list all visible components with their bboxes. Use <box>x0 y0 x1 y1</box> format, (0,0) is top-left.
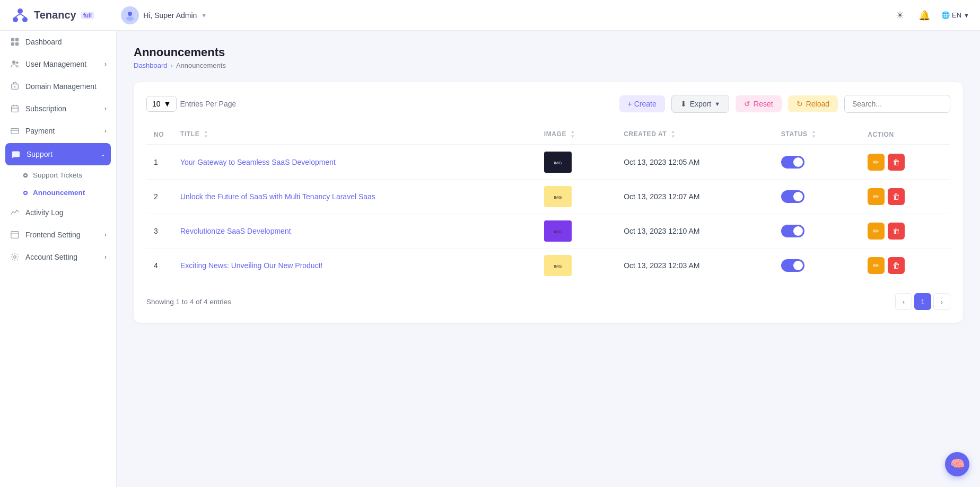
user-management-icon <box>10 59 20 69</box>
sidebar-item-label: Dashboard <box>25 38 62 46</box>
svg-line-4 <box>20 14 25 17</box>
header-user[interactable]: Hi, Super Admin ▼ <box>121 6 207 24</box>
frontend-setting-icon <box>10 229 20 240</box>
select-chevron-icon: ▼ <box>164 100 171 108</box>
svg-rect-8 <box>15 38 19 41</box>
cell-no: 1 <box>146 145 173 180</box>
cell-date: Oct 13, 2023 12:03 AM <box>616 249 774 283</box>
layout: Dashboard User Management › Domain Manag… <box>0 31 980 487</box>
create-button[interactable]: + Create <box>619 95 665 112</box>
edit-button[interactable]: ✏ <box>868 257 885 274</box>
col-image: IMAGE ▲▼ <box>537 125 616 145</box>
sidebar-item-dashboard[interactable]: Dashboard <box>0 31 116 53</box>
notification-icon[interactable]: 🔔 <box>917 8 932 23</box>
cell-image: IMG <box>537 180 616 214</box>
delete-button[interactable]: 🗑 <box>888 188 905 205</box>
svg-point-12 <box>16 61 19 64</box>
sidebar-item-frontend-setting[interactable]: Frontend Setting › <box>0 224 116 246</box>
reload-icon: ↻ <box>797 100 803 108</box>
chevron-right-icon: › <box>104 105 107 112</box>
image-thumb: IMG <box>544 255 572 276</box>
cell-date: Oct 13, 2023 12:10 AM <box>616 214 774 249</box>
svg-rect-7 <box>11 38 14 41</box>
user-chevron-icon: ▼ <box>201 12 207 19</box>
col-title: TITLE ▲▼ <box>173 125 537 145</box>
reset-button[interactable]: ↺ Reset <box>736 95 782 112</box>
title-link[interactable]: Unlock the Future of SaaS with Multi Ten… <box>180 192 375 201</box>
chevron-right-icon: › <box>104 127 107 135</box>
announcements-table-card: 10 ▼ Entries Per Page + Create ⬇ Export … <box>134 82 963 323</box>
sidebar-sub-item-label: Announcement <box>33 189 85 197</box>
per-page-value: 10 <box>152 100 161 108</box>
table-row: 1 Your Gateway to Seamless SaaS Developm… <box>146 145 950 180</box>
sidebar-sub-item-announcement[interactable]: Announcement <box>0 184 116 201</box>
svg-point-2 <box>22 17 28 22</box>
sidebar-item-label: Account Setting <box>25 253 77 261</box>
delete-button[interactable]: 🗑 <box>888 257 905 274</box>
edit-button[interactable]: ✏ <box>868 223 885 240</box>
chevron-right-icon: › <box>104 231 107 238</box>
edit-button[interactable]: ✏ <box>868 188 885 205</box>
sidebar-item-user-management[interactable]: User Management › <box>0 53 116 75</box>
sidebar-item-label: Domain Management <box>25 82 97 91</box>
cell-action: ✏ 🗑 <box>860 145 950 180</box>
table-footer: Showing 1 to 4 of 4 entries ‹ 1 › <box>146 293 950 310</box>
svg-point-14 <box>14 86 16 88</box>
sidebar-item-label: User Management <box>25 60 86 68</box>
status-toggle[interactable] <box>781 259 804 272</box>
cell-title: Exciting News: Unveiling Our New Product… <box>173 249 537 283</box>
export-button[interactable]: ⬇ Export ▼ <box>671 95 729 113</box>
page-1-button[interactable]: 1 <box>914 293 931 310</box>
breadcrumb-current: Announcements <box>176 61 226 69</box>
chevron-right-icon: › <box>104 253 107 261</box>
main-content: Announcements Dashboard › Announcements … <box>117 31 980 487</box>
title-link[interactable]: Revolutionize SaaS Development <box>180 227 291 235</box>
table-toolbar: 10 ▼ Entries Per Page + Create ⬇ Export … <box>146 95 950 113</box>
action-buttons: ✏ 🗑 <box>868 188 943 205</box>
reset-icon: ↺ <box>744 100 750 108</box>
logo-text: Tenancy <box>34 9 76 21</box>
title-link[interactable]: Your Gateway to Seamless SaaS Developmen… <box>180 158 336 166</box>
per-page-select[interactable]: 10 ▼ <box>146 96 177 112</box>
sidebar-item-activity-log[interactable]: Activity Log <box>0 201 116 224</box>
sidebar-sub-item-support-tickets[interactable]: Support Tickets <box>0 166 116 184</box>
status-toggle[interactable] <box>781 190 804 203</box>
sidebar-item-payment[interactable]: Payment › <box>0 120 116 142</box>
sub-item-dot-active <box>23 191 28 195</box>
action-buttons: ✏ 🗑 <box>868 257 943 274</box>
prev-page-button[interactable]: ‹ <box>895 293 912 310</box>
search-input[interactable] <box>844 95 950 113</box>
cell-status <box>774 180 860 214</box>
breadcrumb-parent[interactable]: Dashboard <box>134 61 168 69</box>
sidebar-sub-item-label: Support Tickets <box>33 171 82 179</box>
cell-status <box>774 214 860 249</box>
image-thumb: IMG <box>544 186 572 207</box>
sidebar-item-domain-management[interactable]: Domain Management <box>0 75 116 98</box>
header: Tenancy full Hi, Super Admin ▼ ☀ 🔔 🌐 EN … <box>0 0 980 31</box>
sidebar-item-account-setting[interactable]: Account Setting › <box>0 246 116 268</box>
title-link[interactable]: Exciting News: Unveiling Our New Product… <box>180 261 322 270</box>
status-toggle[interactable] <box>781 156 804 169</box>
svg-point-6 <box>126 16 134 21</box>
account-setting-icon <box>10 252 20 262</box>
export-chevron-icon: ▼ <box>714 101 720 107</box>
page-title: Announcements <box>134 46 963 59</box>
subscription-icon <box>10 103 20 114</box>
language-selector[interactable]: 🌐 EN ▼ <box>941 11 969 19</box>
brain-button[interactable]: 🧠 <box>945 452 969 476</box>
sidebar-item-subscription[interactable]: Subscription › <box>0 98 116 120</box>
delete-button[interactable]: 🗑 <box>888 223 905 240</box>
cell-status <box>774 249 860 283</box>
action-buttons: ✏ 🗑 <box>868 223 943 240</box>
sub-item-dot <box>23 173 28 178</box>
status-toggle[interactable] <box>781 225 804 237</box>
chevron-right-icon: › <box>104 60 107 68</box>
next-page-button[interactable]: › <box>933 293 950 310</box>
sidebar-item-support[interactable]: Support ⌄ <box>5 143 111 165</box>
edit-button[interactable]: ✏ <box>868 154 885 171</box>
theme-toggle-icon[interactable]: ☀ <box>892 8 907 23</box>
cell-title: Your Gateway to Seamless SaaS Developmen… <box>173 145 537 180</box>
col-no: NO <box>146 125 173 145</box>
reload-button[interactable]: ↻ Reload <box>788 95 838 112</box>
delete-button[interactable]: 🗑 <box>888 154 905 171</box>
